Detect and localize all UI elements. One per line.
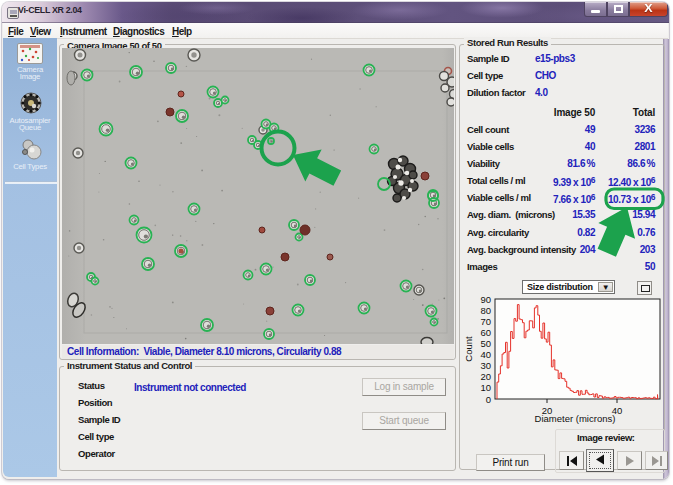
svg-text:0: 0 bbox=[486, 394, 491, 405]
svg-text:20: 20 bbox=[480, 371, 491, 382]
svg-text:50: 50 bbox=[480, 338, 491, 349]
svg-text:30: 30 bbox=[480, 360, 491, 371]
svg-text:90: 90 bbox=[480, 294, 491, 305]
svg-text:70: 70 bbox=[480, 316, 491, 327]
svg-text:Diameter (microns): Diameter (microns) bbox=[535, 413, 616, 424]
svg-text:40: 40 bbox=[480, 349, 491, 360]
svg-text:Count: Count bbox=[463, 336, 474, 362]
svg-text:60: 60 bbox=[480, 327, 491, 338]
svg-text:80: 80 bbox=[480, 305, 491, 316]
svg-text:10: 10 bbox=[480, 382, 491, 393]
